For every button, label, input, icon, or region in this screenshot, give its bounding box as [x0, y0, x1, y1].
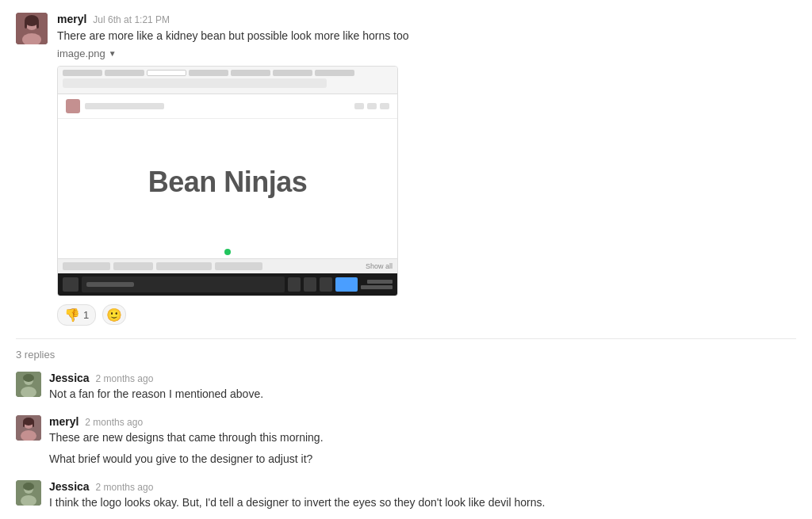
reply-header: Jessica 2 months ago: [49, 480, 796, 493]
page-controls: [354, 103, 389, 109]
footer-tab: [113, 262, 153, 270]
replies-label: 3 replies: [16, 349, 796, 361]
reply-header: meryl 2 months ago: [49, 415, 796, 428]
footer-more: Show all: [366, 262, 393, 270]
reaction-emoji: 👎: [64, 307, 80, 322]
reactions-row: 👎 1 🙂: [57, 304, 796, 326]
reply-author: meryl: [49, 415, 79, 428]
image-preview: Bean Ninjas Show all: [57, 66, 398, 296]
browser-tab: [63, 70, 102, 76]
browser-tab: [231, 70, 270, 76]
bean-ninjas-logo: Bean Ninjas: [148, 166, 308, 199]
status-dot-row: [58, 246, 397, 258]
taskbar-active-icon: [335, 277, 358, 292]
main-message-content: meryl Jul 6th at 1:21 PM There are more …: [57, 13, 796, 329]
svg-point-9: [23, 374, 34, 382]
taskbar: [58, 273, 397, 296]
reply-timestamp: 2 months ago: [96, 373, 154, 384]
browser-tab-active: [147, 70, 186, 76]
page-title-bar: [85, 103, 164, 109]
search-bar: [86, 282, 134, 287]
control-btn: [380, 103, 389, 109]
reply-text: These are new designs that came through …: [49, 429, 796, 467]
clock-time: [367, 280, 393, 284]
taskbar-icon: [304, 277, 316, 292]
taskbar-icon: [320, 277, 332, 292]
footer-tab: [215, 262, 262, 270]
replies-section: 3 replies Jessica 2 months ago Not a fan…: [16, 338, 796, 511]
reply-text-line1: These are new designs that came through …: [49, 429, 796, 446]
browser-chrome: [58, 67, 397, 94]
browser-content: Bean Ninjas: [58, 119, 397, 246]
message-header: meryl Jul 6th at 1:21 PM: [57, 13, 796, 25]
clock-date: [361, 285, 393, 289]
reply-block: Jessica 2 months ago Not a fan for the r…: [16, 372, 796, 403]
reply-text: I think the logo looks okay. But, I'd te…: [49, 494, 796, 511]
reply-text-line2: What brief would you give to the designe…: [49, 451, 796, 467]
avatar-meryl: [16, 415, 41, 441]
reply-block: Jessica 2 months ago I think the logo lo…: [16, 480, 796, 511]
attachment-label[interactable]: image.png ▼: [57, 48, 796, 59]
reply-block: meryl 2 months ago These are new designs…: [16, 415, 796, 467]
status-dot: [224, 249, 231, 255]
page-header-strip: [58, 94, 397, 119]
reply-content: Jessica 2 months ago Not a fan for the r…: [49, 372, 796, 403]
reaction-thumbsdown[interactable]: 👎 1: [57, 304, 96, 326]
taskbar-icon: [288, 277, 301, 292]
svg-point-13: [23, 418, 34, 426]
taskbar-clock: [361, 280, 393, 289]
taskbar-start: [63, 277, 79, 292]
browser-address-bar: [63, 78, 327, 88]
browser-tab: [189, 70, 228, 76]
reply-header: Jessica 2 months ago: [49, 372, 796, 384]
svg-rect-5: [36, 21, 39, 29]
footer-tab: [156, 262, 212, 270]
avatar: [16, 13, 48, 44]
reply-content: meryl 2 months ago These are new designs…: [49, 415, 796, 467]
reply-author: Jessica: [49, 372, 90, 384]
control-btn: [367, 103, 377, 109]
svg-rect-15: [33, 422, 34, 427]
message-timestamp: Jul 6th at 1:21 PM: [93, 14, 170, 25]
browser-tab: [315, 70, 354, 76]
svg-point-19: [23, 483, 34, 490]
avatar-jessica: [16, 372, 41, 397]
reaction-add-button[interactable]: 🙂: [102, 304, 126, 325]
reply-content: Jessica 2 months ago I think the logo lo…: [49, 480, 796, 511]
author-name: meryl: [57, 13, 86, 25]
dropdown-arrow-icon: ▼: [109, 49, 117, 58]
svg-rect-14: [23, 422, 25, 427]
page-favicon: [66, 99, 80, 113]
attachment-filename: image.png: [57, 48, 105, 59]
browser-tab: [105, 70, 144, 76]
svg-rect-4: [25, 21, 27, 29]
browser-footer: Show all: [58, 258, 397, 273]
reply-timestamp: 2 months ago: [85, 417, 143, 428]
reply-timestamp: 2 months ago: [96, 482, 154, 493]
reply-text: Not a fan for the reason I mentioned abo…: [49, 386, 796, 403]
reaction-count: 1: [83, 309, 89, 321]
message-text: There are more like a kidney bean but po…: [57, 28, 796, 44]
control-btn: [354, 103, 364, 109]
avatar-jessica: [16, 480, 41, 506]
reply-author: Jessica: [49, 480, 90, 493]
footer-tab: [63, 262, 110, 270]
taskbar-search: [82, 277, 285, 292]
main-container: meryl Jul 6th at 1:21 PM There are more …: [0, 0, 812, 519]
logo-text: Bean Ninjas: [148, 166, 308, 198]
main-message-block: meryl Jul 6th at 1:21 PM There are more …: [16, 13, 796, 329]
browser-tab: [273, 70, 312, 76]
smiley-plus-icon: 🙂: [106, 307, 122, 322]
browser-tabs: [63, 70, 393, 76]
